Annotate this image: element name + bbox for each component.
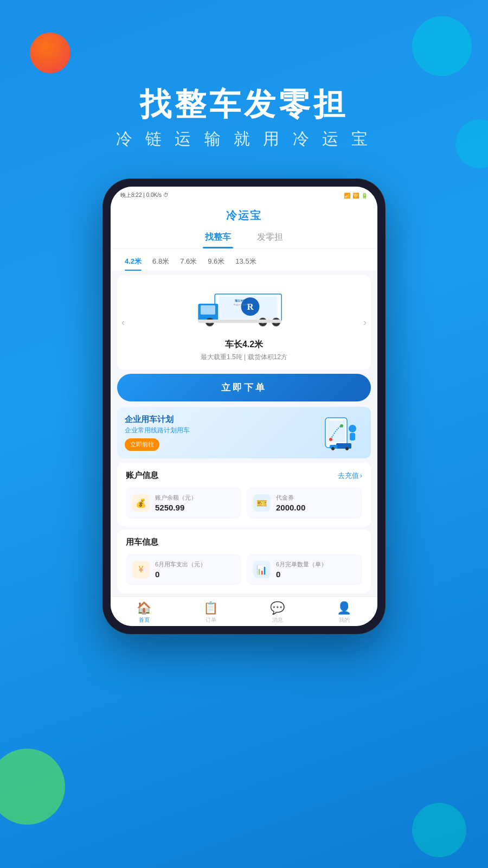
- svg-text:Ruiyun Cold Chain: Ruiyun Cold Chain: [234, 304, 251, 306]
- size-4.2m[interactable]: 4.2米: [119, 254, 147, 271]
- account-cards: 💰 账户余额（元） 5250.99 🎫 代金券 2000.00: [126, 487, 362, 519]
- main-headline: 找整车发零担: [0, 87, 488, 122]
- profile-nav-icon: 👤: [337, 601, 351, 615]
- spend-card: ¥ 6月用车支出（元） 0: [126, 554, 241, 585]
- svg-rect-21: [336, 443, 351, 449]
- svg-text:R: R: [247, 302, 254, 312]
- nav-orders[interactable]: 📋 订单: [177, 601, 244, 624]
- size-9.6m[interactable]: 9.6米: [202, 254, 230, 271]
- svg-point-19: [349, 425, 356, 432]
- svg-point-23: [331, 447, 335, 450]
- truck-title: 车长4.2米: [123, 339, 365, 350]
- app-header: 冷运宝: [111, 204, 377, 227]
- profile-nav-label: 我的: [339, 616, 350, 624]
- account-section-title: 账户信息: [126, 470, 158, 481]
- home-nav-label: 首页: [139, 616, 150, 624]
- orders-label: 6月完单数量（单）: [276, 560, 327, 569]
- spend-value: 0: [155, 570, 206, 579]
- tab-find-truck[interactable]: 找整车: [203, 227, 233, 248]
- size-selector: 4.2米 6.8米 7.6米 9.6米 13.5米: [111, 249, 377, 271]
- truck-prev-button[interactable]: ‹: [121, 317, 125, 328]
- recharge-link[interactable]: 去充值 ›: [338, 471, 362, 481]
- orders-value: 0: [276, 570, 327, 579]
- chevron-right-icon: ›: [360, 471, 362, 480]
- enterprise-banner: 企业用车计划 企业常用线路计划用车 立即前往: [117, 407, 371, 458]
- svg-rect-7: [201, 305, 215, 315]
- banner-title: 企业用车计划: [125, 414, 304, 425]
- orders-icon: 📊: [253, 561, 271, 578]
- main-tabs: 找整车 发零担: [111, 227, 377, 249]
- banner-content: 企业用车计划 企业常用线路计划用车 立即前往: [125, 414, 304, 451]
- phone-outer-frame: 晚上8:22 | 0.0K/s ⏱ 📶 🛜 🔋 冷运宝 找整车 发零担: [103, 179, 385, 634]
- balance-label: 账户余额（元）: [155, 494, 197, 502]
- size-7.6m[interactable]: 7.6米: [175, 254, 202, 271]
- decoration-circle-teal-bottom: [412, 803, 466, 857]
- balance-card: 💰 账户余额（元） 5250.99: [126, 487, 241, 519]
- orders-card: 📊 6月完单数量（单） 0: [247, 554, 362, 585]
- svg-rect-20: [350, 433, 355, 441]
- truck-info: 车长4.2米 最大载重1.5吨 | 载货体积12方: [123, 339, 365, 362]
- coupon-icon: 🎫: [253, 494, 271, 512]
- signal-icon: 📶: [344, 193, 350, 199]
- svg-text:瑞云冷链: 瑞云冷链: [234, 299, 246, 302]
- truck-display-card: ‹ › R 瑞云冷链 Ruiyun Cold Chain: [117, 275, 371, 369]
- bottom-navigation: 🏠 首页 📋 订单 💬 消息 👤 我的: [111, 596, 377, 626]
- nav-profile[interactable]: 👤 我的: [311, 601, 377, 624]
- wallet-icon: 💰: [132, 494, 150, 512]
- usage-section-header: 用车信息: [126, 537, 362, 547]
- phone-mockup: 晚上8:22 | 0.0K/s ⏱ 📶 🛜 🔋 冷运宝 找整车 发零担: [103, 179, 385, 634]
- status-icons: 📶 🛜 🔋: [344, 193, 368, 199]
- usage-section-title: 用车信息: [126, 537, 158, 547]
- nav-home[interactable]: 🏠 首页: [111, 601, 177, 624]
- svg-point-24: [345, 447, 349, 450]
- usage-cards: ¥ 6月用车支出（元） 0 📊 6月完单数量（单） 0: [126, 554, 362, 585]
- decoration-circle-teal-top: [412, 16, 472, 76]
- nav-messages[interactable]: 💬 消息: [244, 601, 311, 624]
- spend-label: 6月用车支出（元）: [155, 560, 206, 569]
- phone-screen: 晚上8:22 | 0.0K/s ⏱ 📶 🛜 🔋 冷运宝 找整车 发零担: [111, 187, 377, 626]
- home-icon: 🏠: [137, 601, 151, 615]
- truck-detail: 最大载重1.5吨 | 载货体积12方: [123, 353, 365, 362]
- orders-nav-icon: 📋: [203, 601, 218, 615]
- wifi-icon: 🛜: [352, 193, 359, 199]
- sub-headline: 冷 链 运 输 就 用 冷 运 宝: [0, 128, 488, 150]
- spend-icon: ¥: [132, 561, 150, 578]
- truck-illustration: R 瑞云冷链 Ruiyun Cold Chain: [190, 282, 298, 336]
- size-13.5m[interactable]: 13.5米: [230, 254, 261, 271]
- banner-illustration: [309, 415, 363, 450]
- size-6.8m[interactable]: 6.8米: [147, 254, 175, 271]
- usage-section: 用车信息 ¥ 6月用车支出（元） 0 📊 6月完单数量（单）: [117, 529, 371, 593]
- tab-ltl[interactable]: 发零担: [255, 227, 285, 248]
- orders-nav-label: 订单: [206, 616, 216, 624]
- coupon-label: 代金券: [276, 494, 305, 502]
- coupon-value: 2000.00: [276, 503, 305, 512]
- page-header: 找整车发零担 冷 链 运 输 就 用 冷 运 宝: [0, 87, 488, 150]
- banner-subtitle: 企业常用线路计划用车: [125, 426, 304, 435]
- battery-icon: 🔋: [361, 193, 368, 199]
- coupon-card: 🎫 代金券 2000.00: [247, 487, 362, 519]
- svg-point-17: [329, 438, 332, 441]
- account-section-header: 账户信息 去充值 ›: [126, 470, 362, 481]
- account-section: 账户信息 去充值 › 💰 账户余额（元） 5250.99: [117, 463, 371, 526]
- truck-image: R 瑞云冷链 Ruiyun Cold Chain: [123, 282, 365, 336]
- status-bar: 晚上8:22 | 0.0K/s ⏱ 📶 🛜 🔋: [111, 187, 377, 204]
- messages-nav-icon: 💬: [270, 601, 285, 615]
- messages-nav-label: 消息: [272, 616, 283, 624]
- balance-value: 5250.99: [155, 503, 197, 512]
- svg-point-18: [340, 424, 343, 427]
- app-title: 冷运宝: [111, 208, 377, 227]
- decoration-circle-green-bottom: [0, 749, 65, 825]
- svg-rect-14: [198, 320, 281, 323]
- truck-next-button[interactable]: ›: [363, 317, 367, 328]
- status-time-speed: 晚上8:22 | 0.0K/s ⏱: [120, 192, 169, 199]
- decoration-circle-orange: [30, 33, 70, 73]
- banner-cta-button[interactable]: 立即前往: [125, 438, 159, 451]
- order-now-button[interactable]: 立即下单: [117, 374, 371, 401]
